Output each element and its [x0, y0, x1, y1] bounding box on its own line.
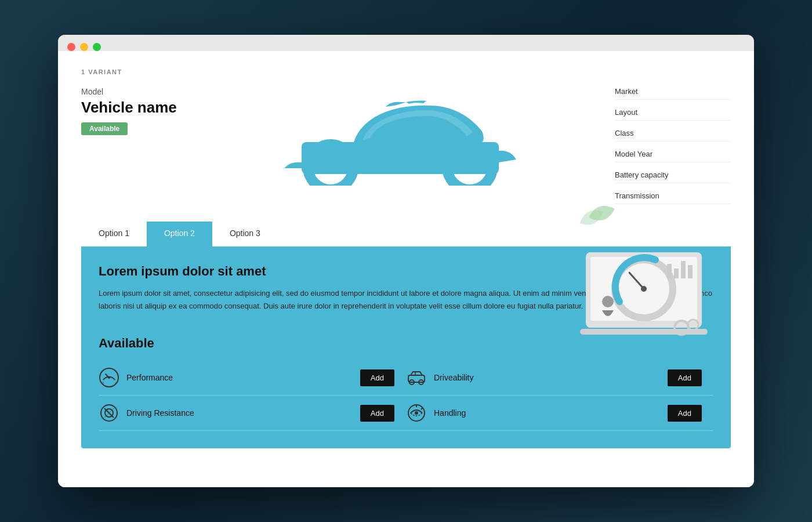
browser-chrome [58, 35, 754, 51]
svg-rect-13 [688, 265, 693, 278]
svg-rect-12 [681, 261, 686, 278]
svg-rect-17 [580, 329, 708, 335]
handling-icon [406, 403, 427, 423]
tab-content-area: Lorem ipsum dolor sit amet Lorem ipsum d… [81, 246, 731, 324]
add-performance-button[interactable]: Add [360, 369, 394, 386]
feature-name-performance: Performance [126, 373, 360, 382]
spec-class: Class [615, 129, 731, 142]
svg-rect-10 [667, 264, 672, 278]
vehicle-info: Model Vehicle name Available [81, 87, 186, 135]
car-illustration [209, 87, 592, 191]
tab-option3[interactable]: Option 3 [212, 222, 278, 246]
add-resistance-button[interactable]: Add [360, 405, 394, 422]
svg-point-14 [602, 296, 614, 307]
spec-layout: Layout [615, 108, 731, 121]
svg-point-9 [641, 286, 647, 292]
svg-text:0: 0 [102, 381, 104, 385]
svg-text:∞: ∞ [115, 381, 117, 385]
vehicle-name: Vehicle name [81, 99, 186, 117]
variant-label: 1 VARIANT [81, 68, 731, 75]
spec-market: Market [615, 87, 731, 100]
illustration-area [568, 194, 725, 351]
resistance-icon [99, 403, 119, 423]
close-button[interactable] [67, 43, 75, 51]
maximize-button[interactable] [93, 43, 101, 51]
feature-row-driving-resistance: Driving Resistance Add [99, 396, 406, 431]
add-handling-button[interactable]: Add [668, 405, 702, 422]
feature-row-performance: 0 ∞ Performance Add [99, 360, 406, 396]
svg-point-20 [108, 376, 110, 379]
svg-rect-23 [408, 375, 425, 382]
features-grid: 0 ∞ Performance Add [99, 360, 713, 431]
top-section: Model Vehicle name Available [81, 87, 731, 204]
feature-name-driveability: Driveability [434, 373, 668, 382]
feature-row-driveability: Driveability Add [406, 360, 713, 396]
add-driveability-button[interactable]: Add [668, 369, 702, 386]
spec-battery: Battery capacity [615, 171, 731, 183]
svg-line-32 [421, 408, 423, 409]
tabs-section: Option 1 Option 2 Option 3 Lorem ipsum d… [81, 222, 731, 448]
minimize-button[interactable] [80, 43, 88, 51]
feature-name-handling: Handling [434, 408, 668, 418]
page: 1 VARIANT Model Vehicle name Available [58, 51, 754, 472]
speedometer-icon: 0 ∞ [99, 367, 119, 388]
dashboard-illustration [568, 194, 725, 351]
browser-window: 1 VARIANT Model Vehicle name Available [58, 35, 754, 487]
model-label: Model [81, 87, 186, 96]
svg-rect-11 [674, 269, 679, 278]
svg-point-30 [415, 411, 418, 415]
browser-content: 1 VARIANT Model Vehicle name Available [58, 51, 754, 487]
car-svg [255, 93, 545, 186]
available-badge: Available [81, 122, 128, 135]
vehicle-specs: Market Layout Class Model Year Battery c… [615, 87, 731, 204]
tab-option1[interactable]: Option 1 [81, 222, 147, 246]
svg-rect-4 [302, 142, 499, 174]
feature-name-driving-resistance: Driving Resistance [126, 408, 360, 418]
tab-option2[interactable]: Option 2 [147, 222, 212, 246]
driveability-icon [406, 367, 427, 388]
spec-model-year: Model Year [615, 150, 731, 162]
feature-row-handling: Handling Add [406, 396, 713, 431]
